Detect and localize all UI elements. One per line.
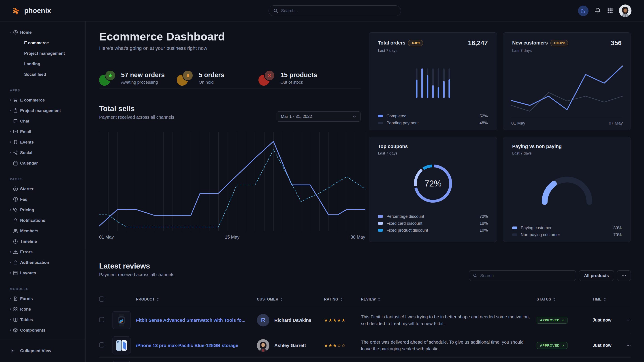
sidebar-item-notifications[interactable]: Notifications (0, 215, 86, 226)
sidebar-item-members[interactable]: Members (0, 226, 86, 236)
status-badge: APPROVED (536, 317, 568, 324)
review-time: Just now (592, 318, 620, 323)
row-checkbox[interactable] (99, 342, 104, 348)
sidebar-section-pages: PAGES (0, 173, 86, 184)
row-actions-button[interactable] (620, 343, 631, 348)
global-search-input[interactable]: Search... (268, 5, 401, 16)
reviews-title: Latest reviews (99, 262, 174, 270)
ellipsis-icon (626, 318, 631, 322)
sidebar-item-project-management-home[interactable]: Project management (0, 48, 86, 58)
bell-icon (12, 218, 18, 223)
all-products-button[interactable]: All products (579, 270, 614, 281)
sidebar-item-icons[interactable]: Icons (0, 304, 86, 314)
moon-icon (580, 8, 586, 14)
sidebar-item-home[interactable]: Home (0, 27, 86, 37)
user-avatar[interactable] (619, 4, 632, 17)
column-header-review[interactable]: REVIEW (361, 297, 536, 301)
sidebar-item-social-feed[interactable]: Social feed (0, 69, 86, 80)
caret-right-icon (10, 297, 12, 300)
reviews-search-input[interactable]: Search (469, 270, 576, 281)
rating-stars: ★★★★★ (324, 318, 361, 323)
product-link[interactable]: iPhone 13 pro max-Pacific Blue-128GB sto… (136, 343, 238, 348)
sidebar-item-starter[interactable]: Starter (0, 184, 86, 194)
column-header-customer[interactable]: CUSTOMER (257, 297, 324, 301)
total-sells-chart-svg: 01 May15 May30 May (99, 131, 366, 241)
sidebar-item-layouts[interactable]: Layouts (0, 268, 86, 278)
bell-icon (594, 7, 601, 14)
star-icon (108, 73, 113, 78)
customer-avatar-initial: R (257, 314, 270, 327)
layout-icon (12, 270, 18, 276)
product-image-iphone (112, 337, 130, 355)
sidebar-item-project-management[interactable]: Project management (0, 105, 86, 116)
change-badge: -6.8% (408, 40, 423, 46)
ellipsis-icon (626, 343, 631, 348)
sidebar-item-tables[interactable]: Tables (0, 314, 86, 325)
row-checkbox[interactable] (99, 317, 104, 322)
sort-icon (604, 298, 606, 301)
product-image-fitbit (112, 311, 130, 329)
card-value: 16,247 (468, 39, 488, 47)
sort-icon (340, 298, 343, 301)
row-actions-button[interactable] (620, 318, 631, 322)
stat-out-of-stock: 15 products Out of stock (258, 70, 336, 86)
sidebar-item-landing[interactable]: Landing (0, 58, 86, 69)
top-coupons-donut-svg: 72% (412, 162, 454, 205)
latest-reviews-section: Latest reviews Payment received across a… (86, 250, 644, 362)
status-badge: APPROVED (536, 342, 568, 349)
grid-icon (12, 306, 18, 312)
sidebar-item-e-commerce-home[interactable]: E commerce (0, 37, 86, 48)
sidebar-section-modules: MODULES (0, 283, 86, 293)
sidebar-item-components[interactable]: Components (0, 325, 86, 335)
page-title: Ecommerce Dashboard (99, 30, 361, 44)
theme-toggle-button[interactable] (578, 5, 588, 16)
collapse-sidebar-button[interactable]: Collapsed View (0, 339, 86, 362)
column-header-time[interactable]: TIME (592, 297, 620, 301)
reviews-table: PRODUCT CUSTOMER RATING REVIEW STATUS (99, 292, 631, 362)
chevron-down-icon (352, 114, 356, 118)
caret-right-icon (10, 318, 12, 321)
paying-legend: Paying customer 30% Non-paying customer … (512, 224, 622, 238)
sidebar-item-forms[interactable]: Forms (0, 293, 86, 304)
sidebar-item-faq[interactable]: Faq (0, 194, 86, 205)
sidebar-item-calendar[interactable]: Calendar (0, 158, 86, 168)
svg-text:01 May: 01 May (99, 235, 114, 240)
compass-icon (12, 186, 18, 192)
series-current (99, 141, 365, 226)
sidebar-item-social[interactable]: Social (0, 147, 86, 158)
customer-name: Richard Dawkins (274, 318, 311, 323)
stats-row: 57 new orders Awating processing 5 order… (99, 70, 361, 86)
question-circle-icon (12, 197, 18, 202)
brand[interactable]: phoenix (11, 5, 51, 16)
column-header-rating[interactable]: RATING (324, 297, 361, 301)
table-row: Fitbit Sense Advanced Smartwatch with To… (99, 307, 631, 333)
product-link[interactable]: Fitbit Sense Advanced Smartwatch with To… (136, 318, 246, 323)
new-customers-chart: 01 May 07 May (511, 61, 623, 126)
sidebar-item-e-commerce[interactable]: E commerce (0, 95, 86, 105)
date-range-select[interactable]: Mar 1 - 31, 2022 (276, 111, 361, 122)
brand-name: phoenix (24, 7, 51, 15)
sidebar-item-email[interactable]: Email (0, 126, 86, 137)
sidebar-item-chat[interactable]: Chat (0, 116, 86, 126)
card-title: New customers (512, 40, 548, 46)
top-navbar: phoenix Search... (0, 0, 644, 21)
sidebar-item-label: Home (20, 30, 32, 35)
legend-swatch (378, 122, 383, 124)
apps-menu-button[interactable] (607, 8, 613, 14)
sidebar-item-events[interactable]: Events (0, 137, 86, 147)
column-header-status[interactable]: STATUS (536, 297, 592, 301)
total-sells-subtitle: Payment received across all channels (99, 115, 174, 120)
column-header-product[interactable]: PRODUCT (112, 297, 257, 301)
sidebar-item-authentication[interactable]: Authentication (0, 257, 86, 268)
sidebar-item-pricing[interactable]: Pricing (0, 205, 86, 215)
top-coupons-chart: 72% (412, 162, 454, 205)
stat-new-orders: 57 new orders Awating processing (99, 70, 177, 86)
legend-swatch (378, 222, 383, 225)
sidebar-item-errors[interactable]: Errors (0, 247, 86, 257)
sidebar-item-timeline[interactable]: Timeline (0, 236, 86, 247)
select-all-checkbox[interactable] (99, 297, 104, 302)
notifications-button[interactable] (594, 7, 601, 14)
stat-on-hold: 5 orders On hold (177, 70, 258, 86)
total-orders-bars-svg (415, 68, 450, 98)
more-options-button[interactable] (617, 270, 631, 281)
